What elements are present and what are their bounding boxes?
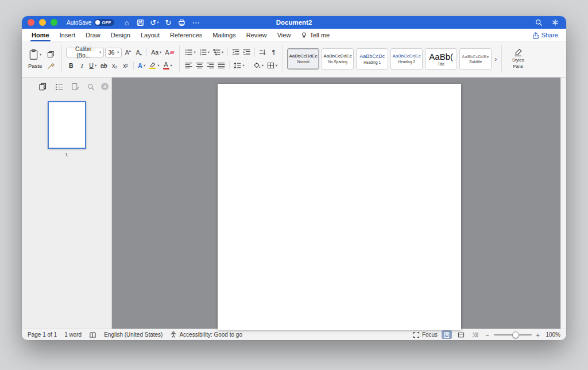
line-spacing-icon [234,62,241,69]
app-options-button[interactable] [550,17,560,28]
tab-mailings[interactable]: Mailings [207,29,241,41]
justify-button[interactable] [216,60,226,71]
minimize-window-button[interactable] [39,19,46,26]
style-normal[interactable]: AaBbCcDdEe Normal [287,48,319,70]
print-layout-view-button[interactable] [442,330,452,339]
save-button[interactable] [135,17,146,28]
fullscreen-window-button[interactable] [51,19,57,26]
highlight-button[interactable]: ▾ [148,60,160,71]
more-commands-button[interactable]: ⋯ [190,17,201,28]
font-size-value: 36 [108,49,114,56]
find-pane-button[interactable] [87,83,95,91]
tab-layout[interactable]: Layout [136,29,165,41]
ribbon-tabs: Home Insert Draw Design Layout Reference… [26,29,335,41]
zoom-slider[interactable] [494,334,532,336]
home-button[interactable]: ⌂ [121,17,132,28]
web-layout-view-button[interactable] [456,330,466,339]
search-button[interactable] [533,17,544,28]
borders-button[interactable]: ▾ [266,60,278,71]
style-no-spacing[interactable]: AaBbCcDdEe No Spacing [322,48,354,70]
strikethrough-button[interactable]: ab [99,60,109,71]
grow-font-button[interactable]: A▴ [123,47,133,57]
close-window-button[interactable] [28,19,34,26]
paragraph-group: ▾ ▾ ▾ [184,47,278,71]
bold-button[interactable]: B [66,60,76,71]
zoom-level[interactable]: 100% [544,332,560,338]
font-color-button[interactable]: A ▾ [162,60,173,71]
tab-view[interactable]: View [272,29,296,41]
titlebar: AutoSave OFF ⌂ ↺▾ ↻ ⋯ Document2 [22,16,566,29]
tab-design[interactable]: Design [106,29,136,41]
shrink-font-button[interactable]: A▾ [134,47,144,57]
print-icon [178,19,185,26]
shading-button[interactable]: ▾ [252,60,265,71]
style-heading-1[interactable]: AaBbCcDc Heading 1 [356,48,388,70]
close-pane-button[interactable]: × [101,83,109,90]
style-title[interactable]: AaBb( Title [425,48,457,70]
review-pane-button[interactable] [71,82,80,91]
tab-draw[interactable]: Draw [80,29,106,41]
increase-indent-button[interactable] [242,47,252,57]
align-left-button[interactable] [184,60,194,71]
style-heading-2[interactable]: AaBbCcDdEe Heading 2 [390,48,423,70]
show-paragraph-marks-button[interactable]: ¶ [269,47,278,57]
styles-pane-label-2: Pane [513,64,523,70]
bullets-button[interactable]: ▾ [184,47,196,57]
styles-pane-brush-icon [513,48,523,57]
zoom-slider-thumb[interactable] [512,332,519,338]
styles-gallery-more-button[interactable]: › [494,55,497,63]
format-painter-button[interactable] [46,61,56,71]
outline-view-button[interactable] [470,330,481,339]
superscript-button[interactable]: x² [121,60,130,71]
change-case-button[interactable]: Aa▾ [150,47,163,57]
tab-references[interactable]: References [165,29,207,41]
align-center-button[interactable] [195,60,204,71]
focus-mode-button[interactable]: Focus [413,332,438,338]
print-button[interactable] [176,17,187,28]
line-spacing-button[interactable]: ▾ [233,60,245,71]
proofing-status-button[interactable] [89,332,96,338]
tab-review[interactable]: Review [241,29,272,41]
clear-formatting-button[interactable]: A [164,47,175,57]
align-right-button[interactable] [206,60,215,71]
font-color-stack: A [163,61,169,70]
numbering-button[interactable]: ▾ [198,47,211,57]
multilevel-list-button[interactable]: ▾ [212,47,225,57]
accessibility-status[interactable]: Accessibility: Good to go [170,331,242,338]
document-page[interactable] [218,84,461,330]
subscript-button[interactable]: x₂ [110,60,119,71]
zoom-in-button[interactable]: + [536,332,540,338]
thumbnails-pane-button[interactable] [38,82,48,91]
share-button[interactable]: Share [529,31,562,40]
autosave-toggle[interactable]: OFF [94,19,114,26]
font-size-select[interactable]: 36 ▾ [105,48,122,57]
italic-button[interactable]: I [77,60,87,71]
style-subtitle[interactable]: AaBbCcDdEe Subtitle [459,48,492,70]
copy-button[interactable] [46,49,56,60]
redo-button[interactable]: ↻ [163,17,173,28]
word-count-status[interactable]: 1 word [64,332,82,338]
tab-tell-me[interactable]: Tell me [296,29,335,41]
vertical-scrollbar[interactable] [560,78,566,329]
text-effects-button[interactable]: A▾ [137,60,146,71]
undo-button[interactable]: ↺▾ [149,17,160,28]
zoom-out-button[interactable]: − [485,332,489,338]
language-status[interactable]: English (United States) [104,332,163,338]
content-area: × 1 [22,78,566,329]
chevron-down-icon: ▾ [242,63,244,68]
chevron-down-icon: ▾ [171,63,172,68]
navigation-pane-tabs [38,79,95,95]
document-map-button[interactable] [55,83,64,91]
underline-button[interactable]: U▾ [88,60,98,71]
paste-button[interactable]: ▾ [28,49,42,60]
sort-button[interactable] [258,47,268,57]
styles-pane-button[interactable]: Styles Pane [506,48,530,70]
page-thumbnail[interactable] [48,101,86,149]
page-count-status[interactable]: Page 1 of 1 [28,332,57,338]
tab-insert[interactable]: Insert [55,29,81,41]
font-name-select[interactable]: Calibri (Bo... ▾ [66,48,104,57]
tab-home[interactable]: Home [26,29,55,41]
format-painter-icon [47,62,55,70]
decrease-indent-button[interactable] [231,47,241,57]
indent-icon [243,49,250,56]
